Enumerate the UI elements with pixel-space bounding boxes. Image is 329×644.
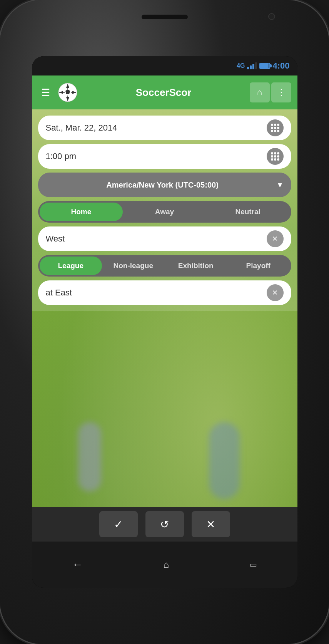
more-options-button[interactable]: ⋮ — [271, 82, 291, 102]
location-away-button[interactable]: Away — [123, 203, 206, 221]
signal-bar-3 — [252, 64, 254, 69]
date-picker-icon[interactable] — [267, 119, 284, 136]
timezone-value: America/New York (UTC-05:00) — [47, 181, 278, 190]
battery-fill — [260, 64, 269, 68]
form-overlay: Sat., Mar. 22, 2014 — [32, 109, 297, 311]
phone-device: 4G 4:00 ☰ — [0, 0, 329, 644]
more-icon: ⋮ — [277, 87, 286, 97]
app-bar-actions: ⌂ ⋮ — [250, 82, 291, 102]
cancel-button[interactable]: ✕ — [192, 511, 230, 537]
status-bar: 4G 4:00 — [32, 56, 297, 75]
app-logo — [58, 82, 78, 102]
home-icon: ⌂ — [257, 87, 262, 97]
bg-figure-1 — [78, 422, 101, 491]
time-value: 1:00 pm — [46, 151, 267, 161]
date-field[interactable]: Sat., Mar. 22, 2014 — [38, 116, 291, 140]
game-type-exhibition-button[interactable]: Exhibition — [165, 257, 227, 275]
away-team-field[interactable]: at East ✕ — [38, 280, 291, 305]
app-bar: ☰ SoccerScor ⌂ — [32, 75, 297, 109]
time-picker-icon[interactable] — [267, 148, 284, 165]
content-area: Sat., Mar. 22, 2014 — [32, 109, 297, 507]
undo-icon: ↺ — [160, 518, 169, 531]
away-team-value: at East — [46, 288, 267, 298]
front-camera — [268, 13, 275, 20]
clear-home-team-button[interactable]: ✕ — [267, 230, 284, 247]
back-nav-button[interactable]: ← — [60, 555, 94, 575]
game-type-league-button[interactable]: League — [40, 257, 102, 275]
game-type-nonleague-button[interactable]: Non-league — [102, 257, 165, 275]
app-title: SoccerScor — [82, 87, 245, 99]
home-team-field[interactable]: West ✕ — [38, 226, 291, 251]
signal-bar-4 — [255, 62, 257, 69]
clock: 4:00 — [272, 61, 289, 71]
game-type-playoff-button[interactable]: Playoff — [227, 257, 290, 275]
status-icons: 4G 4:00 — [237, 61, 289, 71]
home-team-value: West — [46, 234, 267, 244]
location-home-button[interactable]: Home — [40, 203, 123, 221]
speaker-grill — [142, 15, 188, 19]
bg-figure-2 — [209, 422, 240, 499]
recent-nav-button[interactable]: ▭ — [238, 556, 269, 573]
game-type-toggle-group: League Non-league Exhibition Playoff — [38, 255, 291, 277]
confirm-button[interactable]: ✓ — [99, 511, 138, 537]
network-indicator: 4G — [237, 62, 245, 69]
cancel-icon: ✕ — [206, 518, 215, 531]
home-button[interactable]: ⌂ — [250, 82, 270, 102]
chevron-down-icon: ▾ — [278, 180, 282, 190]
home-nav-button[interactable]: ⌂ — [152, 555, 181, 574]
clear-away-team-button[interactable]: ✕ — [267, 284, 284, 301]
timezone-dropdown[interactable]: America/New York (UTC-05:00) ▾ — [38, 173, 291, 197]
undo-button[interactable]: ↺ — [145, 511, 184, 537]
nav-bar: ← ⌂ ▭ — [32, 542, 297, 588]
signal-bar-1 — [247, 67, 249, 69]
signal-bars — [247, 62, 257, 69]
grid-icon — [271, 124, 279, 132]
confirm-icon: ✓ — [114, 518, 123, 531]
location-toggle-group: Home Away Neutral — [38, 201, 291, 223]
clear-away-icon: ✕ — [272, 288, 278, 297]
app-screen: ☰ SoccerScor ⌂ — [32, 75, 297, 588]
location-neutral-button[interactable]: Neutral — [206, 203, 290, 221]
signal-bar-2 — [250, 65, 252, 69]
phone-screen: 4G 4:00 ☰ — [32, 56, 297, 588]
menu-icon[interactable]: ☰ — [38, 84, 53, 102]
clear-icon: ✕ — [272, 235, 278, 243]
date-value: Sat., Mar. 22, 2014 — [46, 123, 267, 133]
bottom-toolbar: ✓ ↺ ✕ — [32, 507, 297, 542]
battery-icon — [259, 63, 270, 69]
time-field[interactable]: 1:00 pm — [38, 144, 291, 169]
time-grid-icon — [271, 152, 279, 161]
